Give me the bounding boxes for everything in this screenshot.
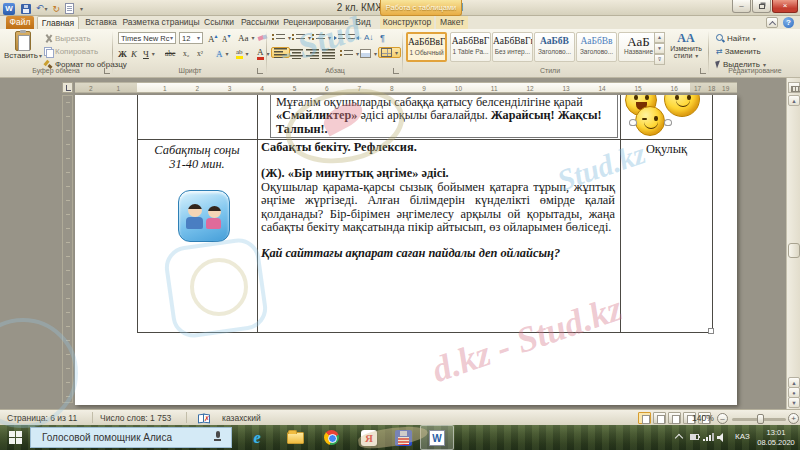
- style-heading2[interactable]: АаБбВв Заголово...: [576, 32, 617, 62]
- multilevel-list-button[interactable]: [312, 32, 331, 43]
- styles-gallery-scroll[interactable]: ▲ ▼ ⊽: [654, 32, 665, 62]
- ruler-left-margin[interactable]: 2 1: [75, 82, 137, 93]
- tab-insert[interactable]: Вставка: [81, 16, 121, 29]
- assessment-text-frame[interactable]: Мұғалім оқушыларды сабаққа қатысу белсен…: [270, 95, 618, 138]
- tab-review[interactable]: Рецензирование: [283, 16, 349, 29]
- zoom-out-icon[interactable]: –: [717, 413, 728, 424]
- align-right-button[interactable]: [306, 48, 319, 59]
- find-button[interactable]: Найти: [716, 33, 756, 44]
- styles-scroll-down-icon[interactable]: ▼: [654, 43, 665, 54]
- lesson-content-cell[interactable]: Сабақты бекіту. Рефлексия. (Ж). «Бір мин…: [261, 141, 615, 261]
- underline-button[interactable]: Ч: [143, 48, 155, 59]
- taskbar-chrome-icon[interactable]: [318, 427, 344, 448]
- help-icon[interactable]: ?: [783, 17, 794, 28]
- font-size-combo[interactable]: 12: [179, 32, 203, 44]
- tab-page-layout[interactable]: Разметка страницы: [122, 16, 200, 29]
- clipboard-dialog-launcher-icon[interactable]: [104, 68, 110, 74]
- minimize-button[interactable]: –: [732, 0, 751, 13]
- table-border-col2[interactable]: [620, 95, 621, 333]
- vertical-scrollbar[interactable]: ▲ ▲ ● ▼: [786, 78, 800, 409]
- decrease-indent-button[interactable]: [334, 32, 345, 43]
- table-border-col1[interactable]: [257, 95, 258, 333]
- tab-file[interactable]: Файл: [6, 16, 34, 29]
- styles-scroll-up-icon[interactable]: ▲: [654, 32, 665, 43]
- style-normal[interactable]: АаБбВвГ 1 Обычный: [406, 32, 447, 62]
- show-marks-button[interactable]: ¶: [380, 32, 385, 43]
- zoom-level[interactable]: 140%: [692, 413, 714, 423]
- language-indicator[interactable]: казахский: [222, 413, 261, 423]
- cut-button[interactable]: Вырезать: [44, 33, 91, 44]
- taskbar-yandex-icon[interactable]: Я: [356, 427, 382, 448]
- tab-mailings[interactable]: Рассылки: [238, 16, 282, 29]
- taskbar-word-button-active[interactable]: W: [420, 425, 454, 450]
- zoom-slider-thumb[interactable]: [757, 414, 764, 424]
- document-page[interactable]: Мұғалім оқушыларды сабаққа қатысу белсен…: [75, 95, 737, 405]
- grow-font-button[interactable]: А: [208, 32, 218, 43]
- web-layout-view-icon[interactable]: [668, 412, 681, 424]
- text-effects-button[interactable]: А: [216, 48, 229, 59]
- tab-selector-button[interactable]: [62, 82, 73, 93]
- paste-button[interactable]: Вставить: [6, 31, 40, 71]
- tab-table-design[interactable]: Конструктор: [380, 16, 434, 29]
- print-layout-view-icon[interactable]: [638, 412, 651, 424]
- table-row-divider[interactable]: [137, 139, 713, 140]
- tab-table-layout[interactable]: Макет: [436, 16, 468, 29]
- tab-home[interactable]: Главная: [37, 16, 79, 29]
- shading-button[interactable]: [360, 48, 377, 59]
- fullscreen-reading-view-icon[interactable]: [653, 412, 666, 424]
- volume-icon[interactable]: [717, 433, 727, 442]
- keyboard-language[interactable]: КАЗ: [735, 432, 750, 441]
- spellcheck-icon[interactable]: ✗: [198, 414, 209, 422]
- tab-view[interactable]: Вид: [350, 16, 376, 29]
- style-table-paragraph[interactable]: АаБбВвГ 1 Table Pa...: [450, 32, 491, 62]
- style-title[interactable]: АаБ Название: [618, 32, 659, 62]
- network-icon[interactable]: [703, 433, 714, 441]
- resource-cell[interactable]: Оқулық: [621, 142, 712, 157]
- microphone-icon[interactable]: [214, 431, 221, 441]
- word-count[interactable]: Число слов: 1 753: [100, 413, 171, 423]
- battery-icon[interactable]: [690, 434, 699, 440]
- line-spacing-button[interactable]: [340, 48, 359, 59]
- style-no-spacing[interactable]: АаБбВвГг, Без интер...: [492, 32, 533, 62]
- shrink-font-button[interactable]: А: [222, 32, 230, 43]
- paragraph-dialog-launcher-icon[interactable]: [393, 68, 399, 74]
- italic-button[interactable]: К: [131, 48, 137, 59]
- replace-button[interactable]: ⇄Заменить: [716, 46, 761, 57]
- styles-gallery-more-icon[interactable]: ⊽: [654, 54, 665, 65]
- font-family-combo[interactable]: Times New Rc: [118, 32, 176, 44]
- bold-button[interactable]: Ж: [118, 48, 127, 59]
- alice-search-input[interactable]: Голосовой помощник Алиса: [30, 427, 232, 448]
- bullets-button[interactable]: [272, 32, 291, 43]
- zoom-in-icon[interactable]: +: [788, 413, 799, 424]
- vertical-ruler[interactable]: [62, 95, 73, 403]
- table-resize-handle[interactable]: [708, 328, 714, 334]
- start-button[interactable]: [0, 425, 30, 450]
- justify-button[interactable]: [322, 48, 335, 59]
- borders-button[interactable]: [378, 47, 401, 58]
- minimize-ribbon-icon[interactable]: [766, 17, 778, 28]
- ruler-toggle-icon[interactable]: [788, 82, 800, 93]
- change-styles-button[interactable]: АА Изменить стили: [668, 31, 704, 73]
- close-button[interactable]: ×: [772, 0, 798, 13]
- increase-indent-button[interactable]: [348, 32, 359, 43]
- font-color-button[interactable]: А: [257, 48, 270, 59]
- ruler-right-margin[interactable]: 17 18 19: [690, 82, 737, 93]
- numbering-button[interactable]: [292, 32, 311, 43]
- taskbar-explorer-icon[interactable]: [282, 427, 308, 448]
- highlight-color-button[interactable]: ab: [236, 48, 249, 59]
- stage-time-cell[interactable]: Сабақтың соңы 31-40 мин.: [138, 143, 256, 171]
- taskbar-floppy-app-icon[interactable]: [390, 427, 416, 448]
- superscript-button[interactable]: х²: [197, 48, 203, 59]
- align-center-button[interactable]: [290, 48, 303, 59]
- subscript-button[interactable]: х₂: [183, 48, 189, 59]
- styles-dialog-launcher-icon[interactable]: [700, 68, 706, 74]
- tray-expand-icon[interactable]: [675, 434, 683, 442]
- horizontal-ruler[interactable]: 1 2 3 4 5 6 7 8 9 10 11 12 13 14 15 16: [137, 82, 690, 93]
- page-indicator[interactable]: Страница: 6 из 11: [7, 413, 77, 423]
- clock[interactable]: 13:01 08.05.2020: [755, 428, 797, 447]
- strikethrough-button[interactable]: abc: [165, 48, 175, 59]
- next-page-icon[interactable]: ▼: [788, 397, 800, 408]
- restore-button[interactable]: [752, 0, 771, 13]
- font-dialog-launcher-icon[interactable]: [257, 68, 263, 74]
- align-left-button[interactable]: [271, 47, 290, 58]
